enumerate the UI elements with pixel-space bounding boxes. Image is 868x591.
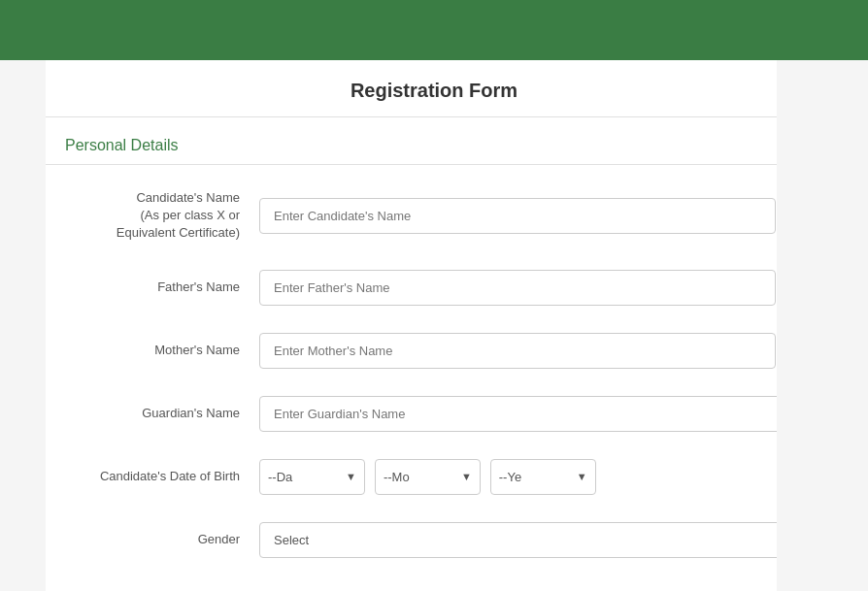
- dob-year-select[interactable]: --Ye 2000 2001 2002: [491, 460, 569, 494]
- section-title: Personal Details: [65, 137, 179, 153]
- mother-name-row: Mother's Name i: [65, 328, 803, 374]
- dob-day-select[interactable]: --Da 01 02 03: [260, 460, 338, 494]
- dob-row: Candidate's Date of Birth --Da 01 02 03 …: [65, 454, 803, 500]
- form-title-section: Registration Form: [46, 60, 822, 117]
- dob-month-wrapper: --Mo Jan Feb Mar ▼: [375, 459, 481, 495]
- guardian-name-input[interactable]: [259, 396, 803, 432]
- candidate-name-input-wrapper: i: [259, 198, 803, 234]
- dob-day-chevron-icon: ▼: [338, 471, 364, 482]
- candidate-name-row: Candidate's Name(As per class X orEquiva…: [65, 184, 803, 247]
- form-title: Registration Form: [351, 80, 517, 101]
- mother-name-label: Mother's Name: [65, 342, 259, 359]
- gender-input-wrapper: Select Male Female Other ▼: [259, 522, 803, 558]
- mother-name-input[interactable]: [259, 333, 776, 369]
- father-name-label: Father's Name: [65, 279, 259, 296]
- candidate-name-label: Candidate's Name(As per class X orEquiva…: [65, 189, 259, 243]
- candidate-name-input[interactable]: [259, 198, 776, 234]
- guardian-name-row: Guardian's Name: [65, 391, 803, 437]
- dob-month-chevron-icon: ▼: [453, 471, 480, 482]
- dob-year-chevron-icon: ▼: [569, 471, 595, 482]
- gender-label: Gender: [65, 531, 259, 548]
- gender-row: Gender Select Male Female Other ▼: [65, 517, 803, 563]
- dob-year-wrapper: --Ye 2000 2001 2002 ▼: [490, 459, 596, 495]
- gender-select[interactable]: Select Male Female Other: [260, 523, 768, 557]
- gender-select-wrapper: Select Male Female Other ▼: [259, 522, 803, 558]
- top-banner: [0, 0, 868, 60]
- dob-day-wrapper: --Da 01 02 03 ▼: [259, 459, 365, 495]
- guardian-name-label: Guardian's Name: [65, 405, 259, 422]
- mother-name-input-wrapper: i: [259, 333, 803, 369]
- father-name-row: Father's Name i: [65, 265, 803, 311]
- dob-month-select[interactable]: --Mo Jan Feb Mar: [376, 460, 453, 494]
- guardian-name-input-wrapper: [259, 396, 803, 432]
- dob-label: Candidate's Date of Birth: [65, 468, 259, 485]
- right-panel: [777, 60, 868, 591]
- form-body: Candidate's Name(As per class X orEquiva…: [46, 175, 822, 590]
- section-header: Personal Details: [46, 117, 822, 165]
- content-area: Registration Form Personal Details Candi…: [46, 60, 822, 591]
- father-name-input-wrapper: i: [259, 270, 803, 306]
- dob-input-wrapper: --Da 01 02 03 ▼ --Mo Jan Feb Mar ▼: [259, 459, 803, 495]
- father-name-input[interactable]: [259, 270, 776, 306]
